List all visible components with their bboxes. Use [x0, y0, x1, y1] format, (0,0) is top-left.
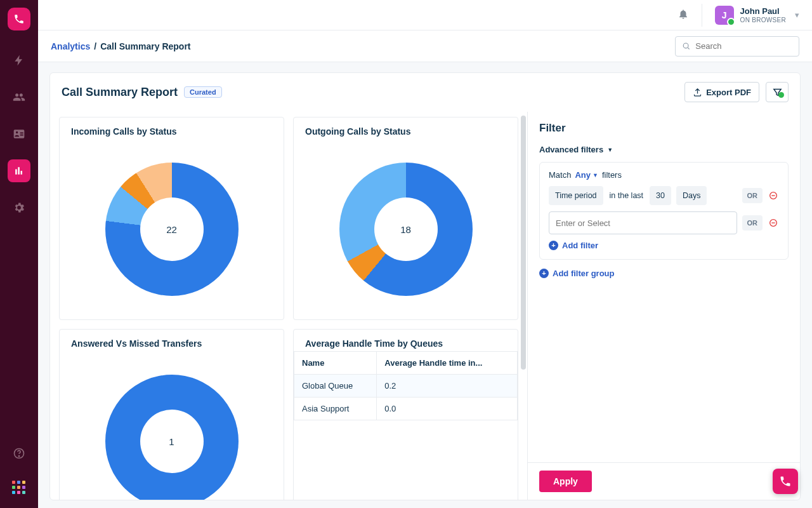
search-icon	[682, 41, 690, 51]
breadcrumb-bar: Analytics / Call Summary Report	[38, 30, 812, 62]
card-title: Outgoing Calls by Status	[294, 117, 518, 139]
table-row: Global Queue 0.2	[294, 375, 518, 398]
apply-button[interactable]: Apply	[539, 471, 592, 492]
app-grid-icon	[12, 481, 26, 495]
nav-apps[interactable]	[8, 476, 30, 499]
delete-condition-button[interactable]	[768, 217, 779, 229]
user-menu[interactable]: J John Paul ON BROWSER ▾	[715, 6, 799, 25]
match-mode-select[interactable]: Any ▼	[575, 170, 598, 180]
card-title: Average Handle Time by Queues	[294, 330, 518, 351]
bell-icon	[678, 8, 689, 20]
donut-total: 1	[140, 410, 204, 473]
bolt-icon	[13, 54, 25, 67]
table-row: Asia Support 0.0	[294, 398, 518, 420]
minus-circle-icon	[768, 218, 778, 228]
phone-fab[interactable]	[773, 469, 798, 494]
add-filter-group-link[interactable]: + Add filter group	[539, 269, 789, 278]
or-chip[interactable]: OR	[742, 215, 763, 231]
nav-settings[interactable]	[8, 196, 30, 219]
nav-bolt[interactable]	[8, 49, 30, 72]
chevron-down-icon: ▾	[795, 10, 799, 20]
gear-icon	[13, 201, 25, 214]
page-title: Call Summary Report	[62, 86, 178, 99]
card-incoming: Incoming Calls by Status 22	[59, 117, 284, 320]
cond-unit[interactable]: Days	[676, 186, 707, 205]
nav-help[interactable]	[8, 442, 30, 465]
filter-panel: Filter Advanced filters ▼ Match Any ▼	[527, 112, 800, 500]
phone-icon	[13, 13, 25, 25]
card-transfers: Answered Vs Missed Transfers 1	[59, 329, 284, 500]
topbar: J John Paul ON BROWSER ▾	[38, 0, 812, 30]
charts-area: Incoming Calls by Status 22 Outgoing Cal…	[50, 112, 527, 500]
card-title: Answered Vs Missed Transfers	[60, 330, 284, 351]
match-post: filters	[602, 170, 622, 180]
donut-incoming: 22	[105, 163, 239, 296]
cell-value: 0.2	[377, 375, 518, 398]
donut-outgoing: 18	[339, 163, 473, 296]
condition-row-empty: OR	[549, 211, 779, 234]
filter-group: Match Any ▼ filters Time period in the l…	[539, 162, 789, 260]
svg-point-2	[683, 43, 688, 48]
condition-select[interactable]	[549, 211, 737, 234]
breadcrumb-sep: /	[94, 41, 96, 51]
main: Analytics / Call Summary Report Call Sum…	[38, 30, 812, 508]
sidebar	[0, 0, 38, 508]
report-header: Call Summary Report Curated Export PDF	[50, 73, 800, 112]
caret-down-icon: ▼	[593, 172, 598, 178]
minus-circle-icon	[768, 190, 778, 201]
nav-people[interactable]	[8, 86, 30, 109]
user-name: John Paul	[740, 6, 786, 17]
svg-point-1	[18, 456, 19, 457]
advanced-filters-toggle[interactable]: Advanced filters ▼	[539, 145, 789, 154]
phone-icon	[779, 475, 792, 488]
or-chip[interactable]: OR	[742, 188, 763, 203]
export-pdf-label: Export PDF	[706, 88, 751, 97]
filter-toggle-button[interactable]	[766, 82, 789, 102]
search-box[interactable]	[675, 36, 799, 57]
card-outgoing: Outgoing Calls by Status 18	[293, 117, 518, 320]
col-value: Average Handle time in...	[377, 352, 518, 375]
cell-name: Asia Support	[294, 398, 377, 420]
user-status: ON BROWSER	[740, 17, 786, 23]
donut-total: 22	[140, 197, 204, 261]
export-pdf-button[interactable]: Export PDF	[684, 82, 759, 102]
id-card-icon	[13, 128, 25, 140]
match-pre: Match	[549, 170, 571, 180]
plus-circle-icon: +	[539, 269, 549, 278]
cond-field[interactable]: Time period	[549, 186, 603, 205]
match-row: Match Any ▼ filters	[549, 170, 779, 180]
advanced-filters-label: Advanced filters	[539, 145, 603, 154]
nav-id[interactable]	[8, 123, 30, 145]
donut-transfers: 1	[105, 375, 239, 500]
notifications-button[interactable]	[678, 8, 689, 22]
delete-condition-button[interactable]	[768, 190, 779, 201]
aht-table: Name Average Handle time in... Global Qu…	[294, 351, 518, 420]
report-container: Call Summary Report Curated Export PDF	[49, 72, 801, 500]
help-icon	[13, 447, 25, 460]
breadcrumb-root[interactable]: Analytics	[51, 41, 90, 51]
filter-active-dot	[778, 92, 784, 98]
condition-row: Time period in the last 30 Days OR	[549, 186, 779, 205]
avatar: J	[715, 6, 734, 25]
cond-value[interactable]: 30	[650, 186, 671, 205]
search-input[interactable]	[694, 41, 792, 51]
filter-footer: Apply	[528, 462, 800, 500]
body-split: Incoming Calls by Status 22 Outgoing Cal…	[50, 112, 800, 500]
cell-name: Global Queue	[294, 375, 377, 398]
card-aht: Average Handle Time by Queues Name Avera…	[293, 329, 518, 500]
cond-op: in the last	[608, 186, 645, 205]
card-title: Incoming Calls by Status	[60, 117, 284, 139]
curated-badge: Curated	[184, 86, 222, 98]
breadcrumb-current: Call Summary Report	[100, 41, 190, 51]
filter-heading: Filter	[528, 112, 800, 141]
scrollbar[interactable]	[521, 116, 526, 370]
plus-circle-icon: +	[549, 241, 558, 250]
add-filter-link[interactable]: + Add filter	[549, 241, 779, 250]
caret-down-icon: ▼	[607, 147, 613, 153]
vertical-divider	[702, 4, 702, 27]
nav-analytics[interactable]	[8, 159, 30, 182]
cell-value: 0.0	[377, 398, 518, 420]
donut-total: 18	[374, 197, 438, 261]
app-logo[interactable]	[8, 8, 30, 30]
bar-chart-icon	[13, 164, 25, 177]
